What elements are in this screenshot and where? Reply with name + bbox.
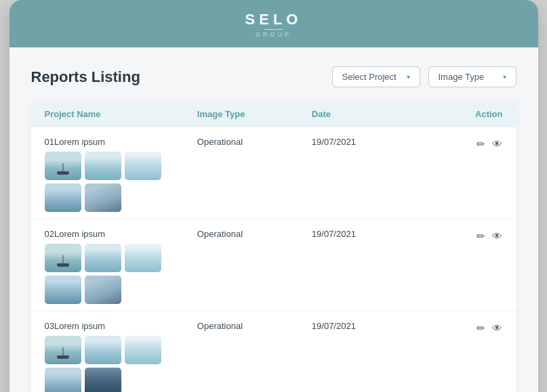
action-cell: ✏ 👁 [426,137,503,150]
thumbnail[interactable] [45,336,81,364]
view-icon[interactable]: 👁 [492,138,502,150]
thumbnail[interactable] [85,336,121,364]
project-name-text: 01Lorem ipsum [45,137,106,147]
date-cell: 19/07/2021 [312,321,426,331]
thumbnail[interactable] [45,183,81,212]
page-title: Reports Listing [31,68,140,86]
action-cell: ✏ 👁 [426,321,503,334]
project-name-text: 03Lorem ipsum [45,321,106,331]
thumbnail[interactable] [85,244,121,272]
project-name-text: 02Lorem ipsum [45,229,106,239]
thumbnail[interactable] [45,368,81,392]
edit-icon[interactable]: ✏ [477,322,485,334]
thumbnail[interactable] [125,336,161,364]
select-project-label: Select Project [342,72,397,82]
table-row: 02Lorem ipsum Operational 19/07/2021 ✏ 👁 [31,219,516,311]
thumbnail[interactable] [85,368,121,392]
thumbnail[interactable] [85,183,121,212]
top-bar: Reports Listing Select Project ▾ Image T… [31,66,516,87]
chevron-down-icon: ▾ [407,73,410,81]
thumbnails-row2 [45,244,197,304]
thumbnail[interactable] [125,152,161,180]
image-type-dropdown[interactable]: Image Type ▾ [428,66,516,87]
logo-main: SELO [9,12,538,27]
reports-table: Project Name Image Type Date Action 01Lo… [31,101,516,392]
action-cell: ✏ 👁 [426,229,503,242]
thumbnails-row3 [45,336,197,392]
header: SELO GROUP [9,0,538,47]
date-cell: 19/07/2021 [312,229,426,239]
view-icon[interactable]: 👁 [492,322,502,334]
logo-divider [264,29,283,30]
table-row: 01Lorem ipsum Operational 19/07/2021 ✏ 👁 [31,127,516,219]
image-type-label: Image Type [439,72,485,82]
thumbnails-row1 [45,152,197,212]
project-name-cell: 03Lorem ipsum [45,321,197,392]
table-header: Project Name Image Type Date Action [31,101,516,127]
image-type-cell: Operational [197,137,312,147]
edit-icon[interactable]: ✏ [477,138,485,150]
image-type-cell: Operational [197,229,312,239]
col-date: Date [312,109,426,119]
col-image-type: Image Type [197,109,312,119]
project-name-cell: 01Lorem ipsum [45,137,197,212]
date-cell: 19/07/2021 [312,137,426,147]
col-project-name: Project Name [45,109,197,119]
select-project-dropdown[interactable]: Select Project ▾ [332,66,420,87]
logo-sub: GROUP [9,31,538,38]
app-window: SELO GROUP Reports Listing Select Projec… [9,0,538,392]
thumbnail[interactable] [85,152,121,180]
content-area: Reports Listing Select Project ▾ Image T… [9,47,538,392]
filters: Select Project ▾ Image Type ▾ [332,66,516,87]
edit-icon[interactable]: ✏ [477,230,485,242]
thumbnail[interactable] [125,244,161,272]
thumbnail[interactable] [45,276,81,304]
image-type-cell: Operational [197,321,312,331]
thumbnail[interactable] [85,276,121,304]
thumbnail[interactable] [45,152,81,180]
table-row: 03Lorem ipsum Operational 19/07/2021 ✏ 👁 [31,311,516,392]
project-name-cell: 02Lorem ipsum [45,229,197,304]
col-action: Action [426,109,503,119]
thumbnail[interactable] [45,244,81,272]
chevron-down-icon: ▾ [503,73,506,81]
view-icon[interactable]: 👁 [492,230,502,242]
